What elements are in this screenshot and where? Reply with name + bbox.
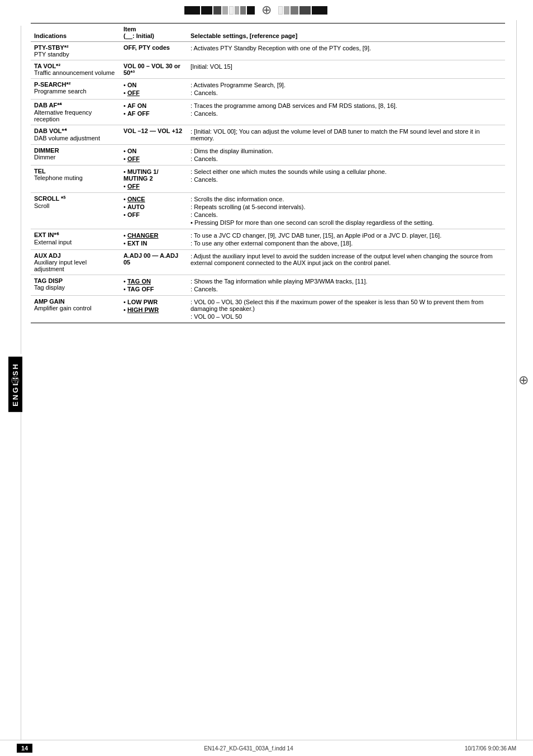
cell-settings: : Activates PTY Standby Reception with o…: [187, 42, 505, 60]
cell-item: A.ADJ 00 — A.ADJ 05: [120, 250, 187, 275]
setting-line: : Shows the Tag information while playin…: [191, 277, 502, 285]
bullet-sym: •: [191, 219, 194, 226]
setting-line: : [Initial: VOL 00]; You can adjust the …: [191, 127, 502, 142]
item-text: VOL –12 — VOL +12: [123, 127, 182, 134]
cell-item: ONOFF: [120, 145, 187, 166]
setting-line: : Cancels.: [191, 155, 502, 163]
item-bullet: OFF: [123, 182, 184, 190]
indication-main: EXT IN*⁶: [34, 231, 59, 238]
setting-text: Cancels.: [194, 176, 218, 183]
setting-line: : Repeats scrolling (at 5-second interva…: [191, 203, 502, 211]
cell-item: MUTING 1/ MUTING 2OFF: [120, 166, 187, 193]
indication-sub: Dimmer: [34, 154, 56, 160]
cell-indication: DAB VOL*⁴DAB volume adjustment: [31, 125, 120, 145]
setting-text: [Initial: VOL 15]: [191, 63, 232, 70]
setting-line: : Cancels.: [191, 89, 502, 97]
item-bullet-list: TAG ONTAG OFF: [123, 277, 184, 293]
cell-settings: : Traces the programme among DAB service…: [187, 100, 505, 125]
table-row: DAB AF*⁴Alternative frequency receptionA…: [31, 100, 505, 125]
setting-line: : Cancels.: [191, 211, 502, 219]
setting-text: Activates PTY Standby Reception with one…: [194, 45, 372, 51]
setting-text: To use a JVC CD changer, [9], JVC DAB tu…: [194, 232, 441, 239]
setting-line: : To use any other external component th…: [191, 239, 502, 247]
header-item: Item(__: Initial): [120, 23, 187, 42]
setting-line: : Select either one which mutes the soun…: [191, 168, 502, 176]
setting-text: Select either one which mutes the sounds…: [194, 168, 387, 175]
setting-line: : VOL 00 – VOL 50: [191, 313, 502, 320]
item-bullet: HIGH PWR: [123, 306, 184, 314]
setting-line: • Pressing DISP for more than one second…: [191, 219, 502, 226]
table-row: SCROLL *⁵ScrollONCEAUTOOFF: Scrolls the …: [31, 193, 505, 229]
item-bullet: EXT IN: [123, 239, 184, 247]
indication-sub: Telephone muting: [34, 174, 83, 181]
left-margin: ENGLISH ⊕: [0, 20, 31, 740]
cell-item: ONCEAUTOOFF: [120, 193, 187, 229]
setting-text: Cancels.: [194, 89, 218, 96]
cell-item: VOL 00 – VOL 30 or 50*³: [120, 60, 187, 79]
cell-settings: : Select either one which mutes the soun…: [187, 166, 505, 193]
table-row: PTY-STBY*²PTY standbyOFF, PTY codes: Act…: [31, 42, 505, 60]
setting-text: Cancels.: [194, 110, 218, 117]
indication-main: DAB AF*⁴: [34, 102, 61, 108]
item-bullet-list: ONCEAUTOOFF: [123, 195, 184, 219]
item-bullet: OFF: [123, 155, 184, 163]
right-margin: ⊕: [508, 20, 533, 740]
setting-line: : Activates PTY Standby Reception with o…: [191, 44, 502, 52]
table-row: TAG DISPTag displayTAG ONTAG OFF: Shows …: [31, 275, 505, 296]
item-text: VOL 00 – VOL 30 or 50*³: [123, 63, 180, 76]
table-row: DIMMERDimmerONOFF: Dims the display illu…: [31, 145, 505, 166]
setting-line: : Cancels.: [191, 285, 502, 293]
cell-settings: [Initial: VOL 15]: [187, 60, 505, 79]
table-header-row: Indications Item(__: Initial) Selectable…: [31, 23, 505, 42]
item-bullet: AF OFF: [123, 110, 184, 117]
indication-main: TA VOL*²: [34, 63, 60, 69]
setting-line: : Traces the programme among DAB service…: [191, 102, 502, 110]
bar-segment: [240, 6, 246, 15]
indication-main: AMP GAIN: [34, 298, 65, 305]
indication-main: DIMMER: [34, 147, 59, 154]
bar-segment: [299, 6, 311, 15]
indication-main: AUX ADJ: [34, 252, 61, 259]
item-bullet-list: CHANGEREXT IN: [123, 231, 184, 247]
bar-segment: [284, 6, 289, 15]
setting-text: Traces the programme among DAB services …: [194, 102, 397, 109]
setting-line: [Initial: VOL 15]: [191, 63, 502, 70]
setting-line: : Cancels.: [191, 110, 502, 117]
item-bullet-list: LOW PWRHIGH PWR: [123, 298, 184, 314]
right-bar-group: [278, 6, 511, 15]
setting-line: : Dims the display illumination.: [191, 147, 502, 155]
indication-sub: Amplifier gain control: [34, 305, 92, 311]
bar-segment: [222, 6, 228, 15]
item-bullet-list: AF ONAF OFF: [123, 102, 184, 117]
bar-segment: [312, 6, 327, 15]
item-text: OFF, PTY codes: [123, 44, 170, 51]
cell-settings: : Dims the display illumination.: Cancel…: [187, 145, 505, 166]
indication-main: TAG DISP: [34, 277, 63, 284]
cell-item: LOW PWRHIGH PWR: [120, 296, 187, 323]
footer-file-info: EN14-27_KD-G431_003A_f.indd 14: [204, 745, 293, 752]
cell-indication: DIMMERDimmer: [31, 145, 120, 166]
indication-sub: Scroll: [34, 202, 50, 209]
table-row: EXT IN*⁶External inputCHANGEREXT IN: To …: [31, 229, 505, 250]
center-registration-mark: ⊕: [255, 3, 278, 17]
setting-text: Pressing DISP for more than one second c…: [194, 219, 434, 226]
indication-main: TEL: [34, 168, 46, 174]
content-area: Indications Item(__: Initial) Selectable…: [31, 20, 508, 740]
setting-text: Cancels.: [194, 286, 218, 292]
item-bullet: CHANGER: [123, 231, 184, 239]
cell-item: AF ONAF OFF: [120, 100, 187, 125]
item-bullet: OFF: [123, 211, 184, 219]
page-layout: ⊕ ENGLISH ⊕ Indications Item(__: Initial…: [0, 0, 533, 756]
setting-text: To use any other external component than…: [194, 240, 353, 247]
bar-segment: [184, 6, 200, 15]
item-text: A.ADJ 00 — A.ADJ 05: [123, 252, 178, 266]
indication-main: SCROLL *⁵: [34, 195, 65, 202]
bar-segment: [247, 6, 255, 15]
page-number: 14: [17, 744, 32, 753]
setting-line: : To use a JVC CD changer, [9], JVC DAB …: [191, 231, 502, 239]
left-bar-group: [22, 6, 255, 15]
cell-indication: P-SEARCH*²Programme search: [31, 79, 120, 100]
cell-settings: : [Initial: VOL 00]; You can adjust the …: [187, 125, 505, 145]
item-bullet: LOW PWR: [123, 298, 184, 306]
cell-item: TAG ONTAG OFF: [120, 275, 187, 296]
